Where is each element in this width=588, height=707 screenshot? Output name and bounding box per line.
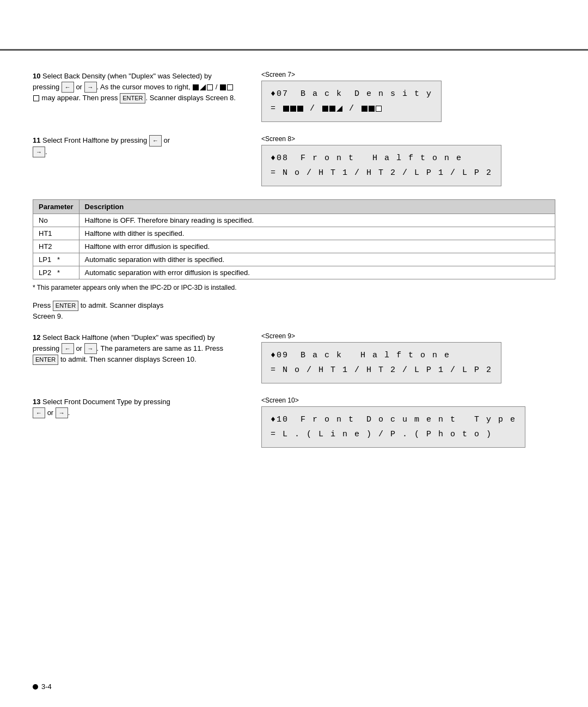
step-13-number: 13 — [33, 398, 40, 406]
right-arrow-13: → — [56, 407, 68, 419]
section-11: 11 Select Front Halftone by pressing ← o… — [33, 135, 555, 186]
right-arrow-key: → — [84, 82, 97, 93]
table-header-description: Description — [79, 200, 555, 214]
screen-10-label: <Screen 10> — [261, 397, 555, 404]
param-ht2: HT2 — [33, 240, 79, 253]
table-row: LP1 * Automatic separation with dither i… — [33, 253, 555, 266]
screen-8-line2: = N o / H T 1 / H T 2 / L P 1 / L P 2 — [271, 166, 492, 180]
screen-10-line2: = L . ( L i n e ) / P . ( P h o t o ) — [271, 427, 516, 442]
section-11-text: 11 Select Front Halftone by pressing ← o… — [33, 135, 240, 157]
screen-8-line1: ♦08 F r o n t H a l f t o n e — [271, 151, 492, 166]
screen-7-line2: = / / — [271, 101, 432, 116]
left-arrow-key: ← — [62, 82, 74, 93]
section-10-text: 10 Select Back Density (when "Duplex" wa… — [33, 71, 240, 103]
param-no: No — [33, 214, 79, 227]
left-arrow-13: ← — [33, 407, 45, 419]
page-number: 3-4 — [41, 682, 52, 691]
desc-lp2: Automatic separation with error diffusio… — [79, 266, 555, 279]
section-13-screen: <Screen 10> ♦10 F r o n t D o c u m e n … — [261, 397, 555, 448]
screen-9-line1: ♦09 B a c k H a l f t o n e — [271, 348, 492, 363]
page-indicator: 3-4 — [33, 682, 52, 691]
param-ht1: HT1 — [33, 227, 79, 240]
section-10-screen: <Screen 7> ♦07 B a c k D e n s i t y = /… — [261, 71, 555, 122]
section-11-screen: <Screen 8> ♦08 F r o n t H a l f t o n e… — [261, 135, 555, 186]
section-13-text: 13 Select Front Document Type by pressin… — [33, 397, 240, 418]
parameter-table: Parameter Description No Halftone is OFF… — [33, 199, 555, 279]
screen-9-box: ♦09 B a c k H a l f t o n e = N o / H T … — [261, 342, 501, 383]
screen-9-line2: = N o / H T 1 / H T 2 / L P 1 / L P 2 — [271, 363, 492, 377]
table-row: No Halftone is OFF. Therefore binary rea… — [33, 214, 555, 227]
desc-ht2: Halftone with error diffusion is specifi… — [79, 240, 555, 253]
table-row: HT1 Halftone with dither is specified. — [33, 227, 555, 240]
step-10-number: 10 — [33, 72, 40, 80]
or-12: or — [76, 344, 82, 352]
table-row: HT2 Halftone with error diffusion is spe… — [33, 240, 555, 253]
enter-key-3: ENTER — [33, 355, 58, 365]
param-lp2: LP2 * — [33, 266, 79, 279]
step-11-number: 11 — [33, 136, 40, 144]
section-13: 13 Select Front Document Type by pressin… — [33, 397, 555, 448]
screen-10-box: ♦10 F r o n t D o c u m e n t T y p e = … — [261, 406, 525, 448]
screen-7-label: <Screen 7> — [261, 71, 555, 78]
main-content: 10 Select Back Density (when "Duplex" wa… — [0, 54, 588, 493]
table-header-parameter: Parameter — [33, 200, 79, 214]
param-lp1: LP1 * — [33, 253, 79, 266]
table-row: LP2 * Automatic separation with error di… — [33, 266, 555, 279]
section-12-text: 12 Select Back Halftone (when "Duplex" w… — [33, 332, 240, 365]
or-label: or — [76, 83, 82, 91]
step-12-number: 12 — [33, 333, 40, 342]
screen-8-box: ♦08 F r o n t H a l f t o n e = N o / H … — [261, 145, 501, 186]
step-13-text: Select Front Document Type by pressing ←… — [33, 398, 170, 417]
right-arrow-key-11: → — [33, 147, 45, 158]
table-footnote: * This parameter appears only when the I… — [33, 284, 555, 291]
section-12-screen: <Screen 9> ♦09 B a c k H a l f t o n e =… — [261, 332, 555, 383]
left-arrow-key-11: ← — [149, 135, 162, 147]
desc-no: Halftone is OFF. Therefore binary readin… — [79, 214, 555, 227]
step-12-text: Select Back Halftone (when "Duplex" was … — [33, 333, 223, 363]
page-dot — [33, 684, 38, 690]
enter-key: ENTER — [120, 93, 145, 103]
desc-lp1: Automatic separation with dither is spec… — [79, 253, 555, 266]
right-arrow-12: → — [84, 343, 97, 355]
screen-7-box: ♦07 B a c k D e n s i t y = / / — [261, 81, 442, 122]
desc-ht1: Halftone with dither is specified. — [79, 227, 555, 240]
left-arrow-12: ← — [62, 343, 74, 355]
step-10-text: Select Back Density (when "Duplex" was S… — [33, 72, 236, 102]
or-13: or — [47, 409, 54, 417]
enter-key-2: ENTER — [53, 301, 78, 311]
screen-8-label: <Screen 8> — [261, 135, 555, 143]
enter-note: Press ENTER to admit. Scanner displaysSc… — [33, 300, 555, 321]
step-11-text: Select Front Halftone by pressing ← or →… — [33, 136, 170, 156]
section-12: 12 Select Back Halftone (when "Duplex" w… — [33, 332, 555, 383]
section-10: 10 Select Back Density (when "Duplex" wa… — [33, 71, 555, 122]
screen-9-label: <Screen 9> — [261, 332, 555, 340]
screen-7-line1: ♦07 B a c k D e n s i t y — [271, 87, 432, 101]
top-border — [0, 49, 588, 51]
screen-10-line1: ♦10 F r o n t D o c u m e n t T y p e — [271, 412, 516, 427]
